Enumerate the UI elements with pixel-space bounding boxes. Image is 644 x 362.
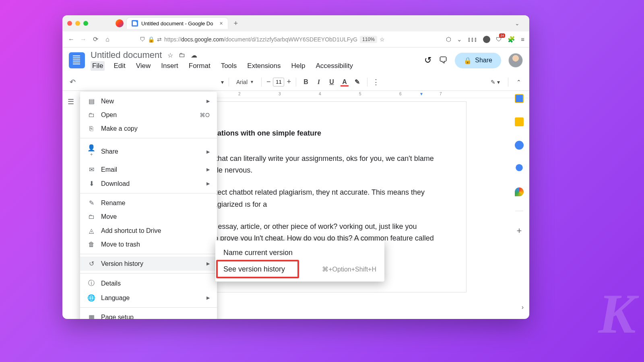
tabs-overflow-icon[interactable]: ⌄	[515, 20, 524, 27]
minimize-window-icon[interactable]	[75, 21, 80, 26]
url-domain: docs.google.com	[181, 36, 224, 43]
side-panel-toggle[interactable]: ›	[522, 304, 524, 311]
submenu-name-current-version[interactable]: Name current version	[215, 245, 384, 261]
menu-format[interactable]: Format	[187, 61, 212, 71]
url-bar[interactable]: ⛉ 🔒 ⇄ https://docs.google.com/document/d…	[140, 36, 426, 43]
email-icon: ✉	[87, 166, 95, 173]
menu-tools[interactable]: Tools	[219, 61, 239, 71]
menu-item-move[interactable]: 🗀Move	[80, 210, 217, 224]
menu-help[interactable]: Help	[289, 61, 307, 71]
menu-item-trash[interactable]: 🗑Move to trash	[80, 238, 217, 251]
home-button[interactable]: ⌂	[103, 36, 111, 43]
menu-item-page-setup[interactable]: ▦Page setup	[80, 310, 217, 319]
docs-logo-icon[interactable]	[69, 52, 85, 68]
url-path: /document/d/1zzIzfy5arbqWWY6SDEEYObD1ULF…	[224, 36, 357, 43]
menu-item-version-history[interactable]: ↺Version history▶	[80, 257, 217, 271]
menu-item-make-copy[interactable]: ⎘Make a copy	[80, 122, 217, 136]
menu-item-download[interactable]: ⬇Download▶	[80, 177, 217, 191]
watermark: K	[599, 281, 636, 346]
add-addon-icon[interactable]: +	[517, 226, 522, 236]
submenu-arrow-icon: ▶	[206, 149, 210, 154]
submenu-see-version-history[interactable]: See version history ⌘+Option+Shift+H	[215, 261, 384, 278]
submenu-arrow-icon: ▶	[206, 167, 210, 172]
new-tab-button[interactable]: +	[231, 19, 241, 28]
tasks-icon[interactable]	[515, 141, 524, 150]
pocket-icon[interactable]: ⌄	[457, 36, 462, 43]
menu-file[interactable]: File	[91, 61, 105, 71]
menu-item-share[interactable]: 👤⁺Share▶	[80, 141, 217, 162]
menu-view[interactable]: View	[134, 61, 153, 71]
bookmark-star-icon[interactable]: ☆	[380, 36, 385, 43]
share-button[interactable]: 🔒 Share	[455, 53, 501, 68]
zoom-badge[interactable]: 110%	[360, 36, 377, 43]
history-icon: ↺	[87, 260, 95, 267]
history-icon[interactable]: ↺	[424, 55, 431, 66]
share-label: Share	[475, 57, 492, 64]
menu-item-email[interactable]: ✉Email▶	[80, 162, 217, 177]
menu-item-open[interactable]: 🗀Open⌘O	[80, 108, 217, 122]
close-window-icon[interactable]	[67, 21, 72, 26]
font-size-decrease[interactable]: −	[266, 78, 271, 86]
trash-icon: 🗑	[87, 241, 95, 248]
menu-item-details[interactable]: ⓘDetails	[80, 276, 217, 291]
save-pocket-icon[interactable]: ⬡	[446, 36, 451, 43]
menu-extensions[interactable]: Extensions	[246, 61, 282, 71]
outline-toggle[interactable]: ☰	[62, 91, 79, 319]
star-icon[interactable]: ☆	[167, 51, 173, 59]
font-select[interactable]: Arial ▼	[234, 79, 256, 85]
contacts-icon[interactable]	[515, 164, 524, 173]
style-dropdown-chevron-icon[interactable]: ▾	[221, 79, 224, 85]
highlight-button[interactable]: ✎	[353, 78, 362, 86]
menu-item-add-shortcut[interactable]: ◬Add shortcut to Drive	[80, 224, 217, 238]
menu-icon[interactable]: ≡	[521, 36, 524, 43]
indent-marker-icon[interactable]: ▼	[419, 92, 423, 96]
chevron-down-icon: ▼	[250, 80, 254, 84]
menu-item-new[interactable]: ▤New▶	[80, 94, 217, 108]
account-icon[interactable]	[483, 36, 490, 43]
font-size-input[interactable]	[273, 78, 284, 86]
nav-bar: ← → ⟳ ⌂ ⛉ 🔒 ⇄ https://docs.google.com/do…	[62, 31, 529, 47]
browser-tab[interactable]: Untitled document - Google Do ×	[127, 18, 228, 29]
version-history-submenu: Name current version See version history…	[215, 241, 384, 282]
undo-button[interactable]: ↶	[67, 78, 78, 86]
bold-button[interactable]: B	[301, 78, 311, 86]
docs-header: Untitled document ☆ 🗀 ☁ File Edit View I…	[62, 47, 529, 73]
library-icon[interactable]: ⫿⫿⫿	[468, 36, 477, 43]
move-folder-icon[interactable]: 🗀	[179, 51, 185, 59]
document-title[interactable]: Untitled document	[91, 50, 162, 60]
rename-icon: ✎	[87, 199, 95, 207]
reload-button[interactable]: ⟳	[91, 35, 99, 43]
back-button[interactable]: ←	[67, 36, 75, 43]
menu-accessibility[interactable]: Accessibility	[314, 61, 355, 71]
format-toolbar: ↶ ▾ Arial ▼ − + B I U A ✎ ⋮ ✎ ▾ ⌃	[62, 73, 529, 91]
forward-button[interactable]: →	[79, 36, 87, 43]
menu-item-language[interactable]: 🌐Language▶	[80, 291, 217, 305]
text-color-button[interactable]: A	[340, 78, 349, 86]
collapse-toolbar-icon[interactable]: ⌃	[516, 79, 521, 85]
folder-icon: 🗀	[87, 111, 95, 119]
underline-button[interactable]: U	[327, 78, 336, 86]
menu-item-rename[interactable]: ✎Rename	[80, 196, 217, 210]
more-tools-icon[interactable]: ⋮	[372, 78, 380, 86]
menu-edit[interactable]: Edit	[112, 61, 127, 71]
font-size-increase[interactable]: +	[287, 78, 291, 86]
extension-badge-icon[interactable]: 🛡	[496, 36, 502, 43]
keep-icon[interactable]	[515, 117, 524, 126]
submenu-arrow-icon: ▶	[206, 99, 210, 104]
side-panel: +	[513, 94, 525, 236]
comments-icon[interactable]: 🗨	[439, 55, 448, 66]
submenu-arrow-icon: ▶	[206, 261, 210, 266]
maps-icon[interactable]	[515, 187, 524, 196]
editing-mode-icon[interactable]: ✎ ▾	[491, 79, 500, 85]
font-name: Arial	[236, 79, 248, 85]
italic-button[interactable]: I	[314, 78, 324, 86]
user-avatar[interactable]	[508, 53, 523, 68]
shield-icon: ⛉	[140, 36, 145, 43]
extensions-icon[interactable]: 🧩	[508, 36, 515, 43]
menu-insert[interactable]: Insert	[159, 61, 180, 71]
calendar-icon[interactable]	[515, 94, 524, 103]
cloud-status-icon[interactable]: ☁	[191, 51, 197, 59]
menubar: File Edit View Insert Format Tools Exten…	[91, 61, 419, 71]
maximize-window-icon[interactable]	[83, 21, 88, 26]
close-tab-icon[interactable]: ×	[219, 20, 223, 27]
